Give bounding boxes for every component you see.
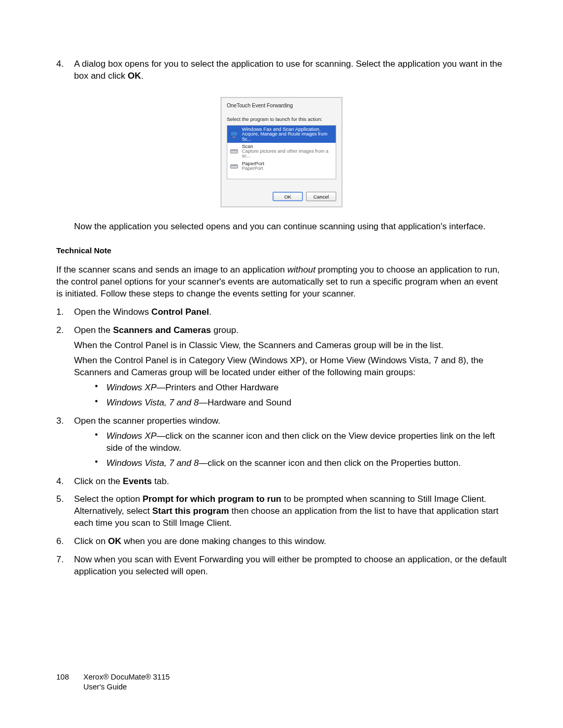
step-subparagraph: When the Control Panel is in Classic Vie… (74, 340, 507, 352)
monitor-icon (229, 130, 239, 139)
step4-text-b: . (141, 71, 144, 81)
step-text: tab. (152, 476, 169, 486)
step-text: Now when you scan with Event Forwarding … (74, 554, 507, 576)
step-number: 4. (56, 58, 74, 85)
step4-bold: OK (128, 71, 141, 81)
step-text: group. (211, 325, 239, 335)
bullet-text: —Hardware and Sound (199, 398, 291, 408)
technical-note-heading: Technical Note (56, 245, 507, 256)
footer-line2: User's Guide (83, 683, 127, 691)
step-bold-text: Scanners and Cameras (113, 325, 211, 335)
scanner-icon (229, 146, 239, 156)
page-number: 108 (56, 672, 81, 683)
step-bold-text: Events (123, 476, 152, 486)
svg-rect-1 (232, 137, 236, 138)
step-bold-text: Start this program (152, 506, 229, 516)
step-body: Open the Scanners and Cameras group.When… (74, 325, 507, 412)
step-bold-text: Prompt for which program to run (142, 494, 281, 504)
step-body: Open the scanner properties window.Windo… (74, 415, 507, 473)
tn-a: If the scanner scans and sends an image … (56, 265, 287, 275)
bullet-text: —click on the scanner icon and then clic… (199, 458, 461, 468)
scanner-icon (229, 162, 239, 171)
bullet-os-name: Windows XP (106, 431, 156, 441)
footer-line1: Xerox® DocuMate® 3115 (83, 673, 170, 681)
step-number: 6. (56, 536, 74, 551)
step-bullet: Windows XP—Printers and Other Hardware (95, 382, 507, 394)
svg-rect-0 (230, 131, 238, 136)
step-text: Click on the (74, 476, 123, 486)
bullet-os-name: Windows Vista, 7 and 8 (106, 458, 199, 468)
cancel-button[interactable]: Cancel (306, 192, 336, 201)
step-text: . (209, 307, 212, 317)
technote-step: 3.Open the scanner properties window.Win… (56, 415, 507, 473)
technote-step: 5.Select the option Prompt for which pro… (56, 493, 507, 533)
page-footer: 108 Xerox® DocuMate® 3115 User's Guide (56, 672, 170, 693)
document-page: 4. A dialog box opens for you to select … (0, 0, 563, 728)
technote-step: 1.Open the Windows Control Panel. (56, 306, 507, 322)
dialog-prompt: Select the program to launch for this ac… (227, 116, 336, 123)
step-number: 1. (56, 306, 74, 322)
program-item-text: ScanCapture pictures and other images fr… (242, 144, 334, 159)
program-list-item[interactable]: Windows Fax and Scan Application.Acquire… (227, 126, 336, 143)
step-body: Now when you scan with Event Forwarding … (74, 554, 507, 581)
step-body: Click on the Events tab. (74, 476, 507, 491)
step-number: 4. (56, 476, 74, 491)
svg-rect-5 (230, 165, 238, 166)
step-bullet: Windows XP—click on the scanner icon and… (95, 430, 507, 454)
step-text: Select the option (74, 494, 142, 504)
step-number: 5. (56, 493, 74, 533)
tn-i: without (287, 265, 315, 275)
step-bold-text: Control Panel (151, 307, 209, 317)
technote-paragraph: If the scanner scans and sends an image … (56, 264, 507, 300)
technote-step: 6.Click on OK when you are done making c… (56, 536, 507, 551)
dialog-figure: OneTouch Event Forwarding Select the pro… (56, 97, 507, 207)
onetouch-dialog: OneTouch Event Forwarding Select the pro… (221, 97, 342, 207)
bullet-text: —Printers and Other Hardware (156, 382, 278, 392)
bullet-os-name: Windows XP (106, 382, 156, 392)
step-text: Open the scanner properties window. (74, 416, 221, 426)
program-item-text: Windows Fax and Scan Application.Acquire… (242, 127, 334, 142)
bullet-text: —click on the scanner icon and then clic… (106, 431, 495, 453)
technote-step: 2.Open the Scanners and Cameras group.Wh… (56, 325, 507, 412)
step-body: Click on OK when you are done making cha… (74, 536, 507, 551)
step-text: Open the (74, 325, 113, 335)
step-4: 4. A dialog box opens for you to select … (56, 58, 507, 85)
step-text: Open the Windows (74, 307, 151, 317)
after-dialog-text: Now the application you selected opens a… (74, 221, 507, 233)
step-body: Open the Windows Control Panel. (74, 306, 507, 322)
step-bold-text: OK (108, 536, 121, 546)
program-item-desc: Acquire, Manage and Route images from Sc… (242, 132, 334, 142)
step-body: Select the option Prompt for which progr… (74, 493, 507, 533)
program-item-text: PaperPortPaperPort (242, 161, 264, 171)
step-text: Click on (74, 536, 108, 546)
program-list-item[interactable]: PaperPortPaperPort (227, 160, 336, 172)
bullet-os-name: Windows Vista, 7 and 8 (106, 398, 199, 408)
program-item-desc: PaperPort (242, 166, 264, 171)
technote-step: 4.Click on the Events tab. (56, 476, 507, 491)
technote-step: 7.Now when you scan with Event Forwardin… (56, 554, 507, 581)
dialog-title: OneTouch Event Forwarding (227, 102, 336, 109)
step-number: 7. (56, 554, 74, 581)
step-text: when you are done making changes to this… (121, 536, 326, 546)
dialog-program-list[interactable]: Windows Fax and Scan Application.Acquire… (227, 125, 336, 179)
ok-button[interactable]: OK (273, 192, 303, 201)
step-number: 2. (56, 325, 74, 412)
step-number: 3. (56, 415, 74, 473)
step-bullet: Windows Vista, 7 and 8—Hardware and Soun… (95, 397, 507, 409)
technote-steps: 1.Open the Windows Control Panel.2.Open … (56, 306, 507, 581)
step-bullet-list: Windows XP—click on the scanner icon and… (74, 430, 507, 470)
program-item-desc: Capture pictures and other images from a… (242, 149, 334, 159)
step-subparagraph: When the Control Panel is in Category Vi… (74, 355, 507, 379)
step-body: A dialog box opens for you to select the… (74, 58, 507, 85)
step-bullet-list: Windows XP—Printers and Other HardwareWi… (74, 382, 507, 409)
svg-rect-3 (230, 150, 238, 151)
step-bullet: Windows Vista, 7 and 8—click on the scan… (95, 458, 507, 470)
program-list-item[interactable]: ScanCapture pictures and other images fr… (227, 143, 336, 160)
